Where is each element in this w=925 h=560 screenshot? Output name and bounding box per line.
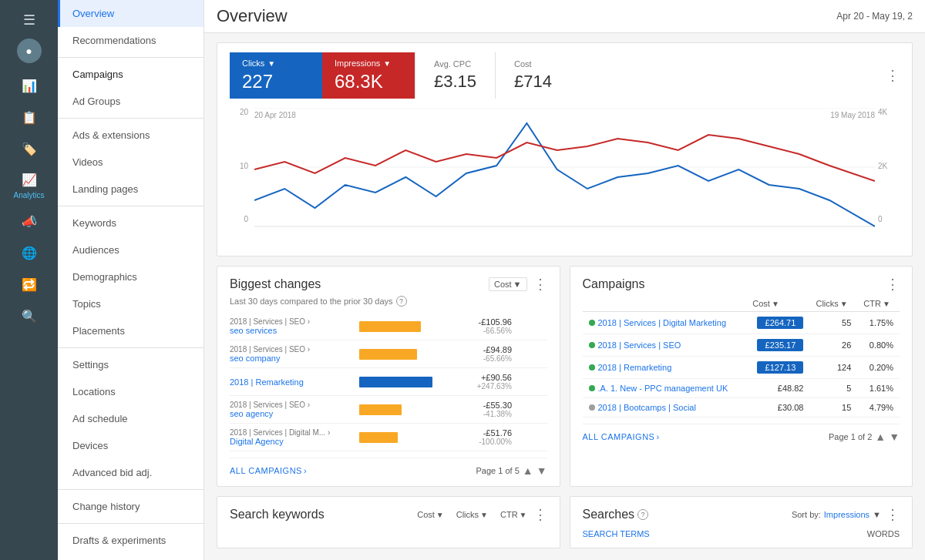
sk-clicks-sort[interactable]: Clicks ▼ — [456, 510, 488, 519]
searches-title: Searches ? — [583, 508, 649, 521]
sub-menu-landing-pages[interactable]: Landing pages — [58, 176, 204, 203]
search-terms-link[interactable]: SEARCH TERMS — [583, 529, 650, 538]
searches-more[interactable]: ⋮ — [886, 506, 900, 523]
biggest-changes-all-campaigns[interactable]: ALL CAMPAIGNS › — [230, 466, 307, 475]
changes-name-3[interactable]: 2018 | Remarketing — [230, 377, 353, 387]
campaign-clicks-cell-4: 5 — [809, 379, 857, 398]
campaigns-more-button[interactable]: ⋮ — [886, 276, 900, 293]
campaign-link-3[interactable]: 2018 | Remarketing — [589, 363, 741, 372]
changes-campaign-2: 2018 | Services | SEO › seo company — [230, 345, 353, 363]
sidebar-item-campaigns3[interactable]: 🏷️ — [0, 136, 58, 166]
sub-menu-settings[interactable]: Settings — [58, 351, 204, 378]
sidebar-item-campaigns2[interactable]: 📋 — [0, 104, 58, 134]
sub-menu-overview[interactable]: Overview — [58, 0, 204, 27]
ctr-sort[interactable]: CTR ▼ — [863, 299, 893, 308]
changes-name-4[interactable]: seo agency — [230, 409, 353, 418]
clicks-metric[interactable]: Clicks ▼ 227 — [230, 52, 322, 99]
campaign-cost-cell-2: £235.17 — [746, 334, 809, 357]
changes-name-5[interactable]: Digital Agency — [230, 437, 353, 446]
campaigns-col-ctr[interactable]: CTR ▼ — [857, 296, 900, 312]
campaign-cost-3: £127.13 — [757, 361, 803, 374]
sub-menu-ads-extensions[interactable]: Ads & extensions — [58, 122, 204, 149]
sub-menu-videos[interactable]: Videos — [58, 149, 204, 176]
campaign-ctr-cell-2: 0.80% — [857, 334, 900, 357]
words-label: WORDS — [867, 529, 900, 538]
sk-clicks-arrow: ▼ — [480, 511, 488, 519]
campaign-dot-2 — [589, 342, 595, 348]
changes-parent-1: 2018 | Services | SEO › — [230, 317, 353, 326]
searches-sort-value[interactable]: Impressions — [824, 510, 870, 519]
campaigns-table: Cost ▼ Clicks ▼ CTR ▼ — [583, 296, 900, 417]
main-header: Overview Apr 20 - May 19, 2 — [204, 0, 925, 33]
sidebar-item-rlsa[interactable]: 🔁 — [0, 271, 58, 301]
campaign-ctr-cell-4: 1.61% — [857, 379, 900, 398]
sub-menu-ad-groups[interactable]: Ad Groups — [58, 88, 204, 115]
sk-ctr-arrow: ▼ — [520, 511, 527, 519]
sidebar-item-campaigns1[interactable]: 📊 — [0, 72, 58, 102]
changes-name-1[interactable]: seo services — [230, 326, 353, 335]
campaign-link-5[interactable]: 2018 | Bootcamps | Social — [589, 403, 741, 412]
biggest-changes-more[interactable]: ⋮ — [533, 276, 547, 293]
sub-menu-campaigns[interactable]: Campaigns — [58, 61, 204, 88]
sub-menu-devices[interactable]: Devices — [58, 432, 204, 459]
sub-menu-keywords[interactable]: Keywords — [58, 210, 204, 236]
metrics-row: Clicks ▼ 227 Impressions ▼ 68.3K Avg. CP… — [230, 52, 900, 99]
hamburger-menu[interactable]: ☰ — [15, 6, 43, 34]
campaigns-pagination: Page 1 of 2 ▲ ▼ — [829, 431, 900, 443]
sub-menu-demographics[interactable]: Demographics — [58, 263, 204, 290]
changes-bar-container-1 — [359, 320, 444, 333]
sub-menu-placements[interactable]: Placements — [58, 317, 204, 344]
table-row: 2018 | Bootcamps | Social £30.08 15 4.79… — [583, 398, 900, 417]
campaigns-col-name — [583, 296, 747, 312]
pagination-down-1[interactable]: ▼ — [536, 464, 547, 477]
impressions-metric[interactable]: Impressions ▼ 68.3K — [322, 52, 415, 99]
changes-row-4: 2018 | Services | SEO › seo agency -£55.… — [230, 396, 547, 424]
changes-parent-5: 2018 | Services | Digital M... › — [230, 428, 353, 437]
searches-header-right: Sort by: Impressions ▼ ⋮ — [792, 506, 900, 523]
campaign-ctr-cell-5: 4.79% — [857, 398, 900, 417]
campaign-name-cell-1: 2018 | Services | Digital Marketing — [583, 312, 747, 334]
campaigns-col-cost[interactable]: Cost ▼ — [746, 296, 809, 312]
campaign-link-4[interactable]: .A. 1. New - PPC management UK — [589, 384, 741, 393]
sub-menu-ad-schedule[interactable]: Ad schedule — [58, 405, 204, 432]
sidebar-item-digital[interactable]: 🌐 — [0, 240, 58, 270]
sub-menu-advanced-bid[interactable]: Advanced bid adj. — [58, 459, 204, 486]
biggest-changes-sort[interactable]: Cost ▼ — [489, 277, 527, 291]
clicks-sort[interactable]: Clicks ▼ — [816, 299, 851, 308]
campaigns2-icon: 📋 — [22, 110, 37, 126]
campaigns-all-campaigns[interactable]: ALL CAMPAIGNS › — [583, 432, 660, 441]
changes-value-2: -£94.89 -65.66% — [450, 345, 512, 363]
biggest-changes-subtitle: Last 30 days compared to the prior 30 da… — [230, 296, 547, 307]
searches-help-icon[interactable]: ? — [637, 509, 648, 520]
subtitle-help-icon[interactable]: ? — [396, 296, 407, 307]
sidebar-item-analytics[interactable]: 📈 Analytics — [0, 166, 58, 206]
sidebar-item-seo[interactable]: 🔍 — [0, 303, 58, 333]
sub-menu-locations[interactable]: Locations — [58, 378, 204, 405]
pagination-up-1[interactable]: ▲ — [523, 464, 533, 477]
campaign-cost-cell-1: £264.71 — [746, 312, 809, 334]
sub-menu-audiences[interactable]: Audiences — [58, 236, 204, 263]
search-keywords-title: Search keywords — [230, 508, 325, 521]
campaign-link-2[interactable]: 2018 | Services | SEO — [589, 340, 741, 350]
sub-menu-change-history[interactable]: Change history — [58, 493, 204, 520]
sk-cost-sort[interactable]: Cost ▼ — [417, 510, 444, 519]
campaign-link-1[interactable]: 2018 | Services | Digital Marketing — [589, 318, 741, 327]
changes-campaign-3: 2018 | Remarketing — [230, 377, 353, 387]
cost-sort[interactable]: Cost ▼ — [752, 299, 803, 308]
sub-menu-recommendations[interactable]: Recommendations — [58, 27, 204, 54]
y-right-2k: 2K — [878, 162, 896, 170]
campaign-dot-1 — [589, 320, 595, 326]
campaigns-col-clicks[interactable]: Clicks ▼ — [809, 296, 857, 312]
sidebar-item-marketing[interactable]: 📣 — [0, 208, 58, 238]
campaign-clicks-cell-2: 26 — [809, 334, 857, 357]
sub-menu-drafts[interactable]: Drafts & experiments — [58, 527, 204, 554]
campaigns-pagination-up[interactable]: ▲ — [875, 431, 886, 443]
search-keywords-more[interactable]: ⋮ — [533, 506, 547, 523]
sub-menu-topics[interactable]: Topics — [58, 290, 204, 317]
chart-more-button[interactable]: ⋮ — [886, 67, 900, 84]
sk-ctr-sort[interactable]: CTR ▼ — [500, 510, 527, 519]
user-avatar[interactable]: ● — [17, 39, 42, 63]
campaigns-pagination-down[interactable]: ▼ — [889, 431, 900, 443]
changes-amount-2: -£94.89 — [450, 345, 512, 354]
changes-name-2[interactable]: seo company — [230, 354, 353, 363]
